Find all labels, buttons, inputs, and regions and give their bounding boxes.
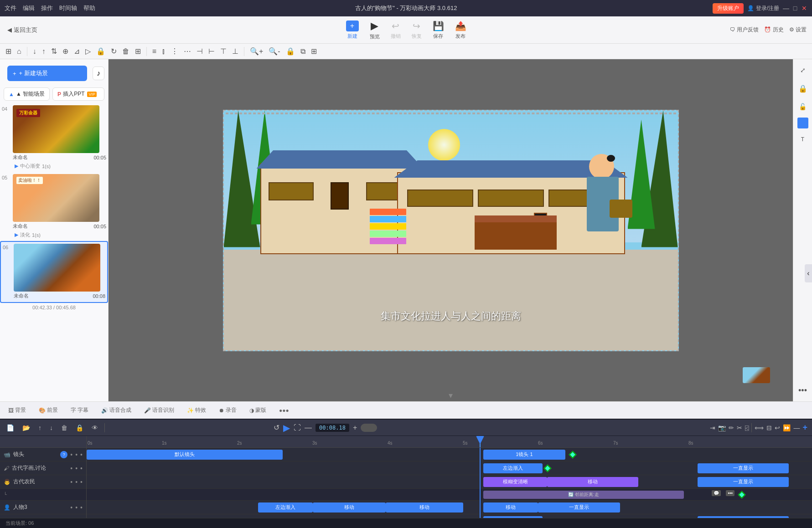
tl-filter-btn[interactable]: ⍃ <box>745 424 749 431</box>
more2-tool[interactable]: ⊞ <box>309 46 319 56</box>
tl-down-btn[interactable]: ↓ <box>48 423 55 432</box>
menu-help[interactable]: 帮助 <box>83 4 95 12</box>
canvas-collapse-button[interactable]: ▾ <box>449 390 453 400</box>
minimize-button[interactable]: — <box>783 5 789 11</box>
farmer-dots[interactable]: • <box>70 478 72 486</box>
tl-fullscreen-btn[interactable]: ⛶ <box>294 424 301 432</box>
person3-dots[interactable]: • <box>70 504 72 511</box>
zoom-in-tool[interactable]: 🔍+ <box>248 46 265 56</box>
tl-open-btn[interactable]: 📂 <box>21 423 32 432</box>
farmer-dots3[interactable]: • <box>80 478 83 486</box>
block-farmer-blur[interactable]: 模糊变清晰 <box>483 477 547 487</box>
foreground-btn[interactable]: 🎨 前景 <box>36 405 61 415</box>
menu-edit[interactable]: 编辑 <box>23 4 35 12</box>
ai-scene-button[interactable]: ▲ ▲ 智能场景 <box>4 87 50 101</box>
block-painting-show[interactable]: 一直显示 <box>698 463 789 473</box>
painting-dots2[interactable]: • <box>75 465 78 472</box>
block-painting-fadein[interactable]: 左边渐入 <box>483 463 543 473</box>
align-top-tool[interactable]: ↑ <box>40 46 47 56</box>
tl-reset-btn[interactable]: ↺ <box>274 423 279 432</box>
record-btn[interactable]: ⏺ 录音 <box>216 405 239 415</box>
keyframe-farmer-sub[interactable] <box>738 491 746 498</box>
camera-help-icon[interactable]: ? <box>60 451 67 458</box>
more-bottom-btn[interactable]: ●●● <box>276 406 292 415</box>
settings-btn[interactable]: ⚙ 设置 <box>789 26 807 34</box>
tl-camera-btn[interactable]: 📷 <box>718 424 726 431</box>
more-options-btn[interactable]: ••• <box>726 490 734 496</box>
block-person3-show[interactable]: 一直显示 <box>538 502 620 513</box>
maximize-button[interactable]: □ <box>792 5 798 11</box>
tl-speed[interactable]: ⏩ <box>783 424 791 431</box>
align-h-tool[interactable]: ≡ <box>150 46 158 56</box>
save-tool[interactable]: 💾 保存 <box>433 21 444 40</box>
scene-item-06[interactable]: 06 未命名 00:08 <box>0 241 108 303</box>
person3-dots3[interactable]: • <box>80 504 83 511</box>
rotate-tool[interactable]: ↻ <box>109 46 119 56</box>
flip-v-tool[interactable]: ⇅ <box>49 46 59 56</box>
lock2-tool[interactable]: 🔒 <box>284 46 297 56</box>
block-default-camera[interactable]: 默认镜头 <box>87 450 283 460</box>
tl-delete-btn[interactable]: 🗑 <box>59 423 69 432</box>
tl-edit-btn[interactable]: ✏ <box>729 424 734 431</box>
mask-btn[interactable]: ◑ 蒙版 <box>247 405 269 415</box>
tl-set-in[interactable]: ⇥ <box>710 424 715 431</box>
delete-tool[interactable]: 🗑 <box>120 46 131 56</box>
history-btn[interactable]: ⏰ 历史 <box>764 26 783 34</box>
keyframe-camera[interactable] <box>569 451 577 458</box>
keyframe-painting[interactable] <box>544 464 552 472</box>
background-btn[interactable]: 🖼 背景 <box>5 405 29 415</box>
camera-dots3[interactable]: • <box>80 451 83 458</box>
align-t-tool[interactable]: ⊤ <box>218 46 228 56</box>
align-b-tool[interactable]: ⊥ <box>230 46 240 56</box>
new-tool[interactable]: + 新建 <box>346 21 359 40</box>
tts-btn[interactable]: 🔊 语音合成 <box>98 405 134 415</box>
effects-btn[interactable]: ✨ 特效 <box>184 405 209 415</box>
dist-v-tool[interactable]: ⋯ <box>182 46 193 56</box>
preview-tool[interactable]: ▶ 预览 <box>370 20 380 40</box>
tl-loop-toggle[interactable] <box>361 424 377 432</box>
menu-timeline[interactable]: 时间轴 <box>59 4 77 12</box>
group-tool[interactable]: ⊿ <box>72 46 82 56</box>
tl-visible-btn[interactable]: 👁 <box>90 423 100 432</box>
camera-dots2[interactable]: • <box>75 451 78 458</box>
block-chapter4-fadein[interactable]: 左边渐入 <box>483 516 543 518</box>
farmer-dots2[interactable]: • <box>75 478 78 486</box>
tl-add-btn[interactable]: + <box>802 423 807 432</box>
close-button[interactable]: ✕ <box>801 5 807 11</box>
subtitle-btn[interactable]: 字 字幕 <box>68 405 91 415</box>
menu-file[interactable]: 文件 <box>5 4 16 12</box>
comment-bubble[interactable]: 💬 <box>712 490 721 496</box>
select-tool[interactable]: ⊞ <box>4 46 13 56</box>
tl-lock-btn[interactable]: 🔒 <box>74 423 85 432</box>
back-home-button[interactable]: ◀ 返回主页 <box>7 26 37 34</box>
scene-item-05[interactable]: 05 卖油啦！！ 未命名 00:05 ▶ 淡化 1(s) <box>0 172 108 241</box>
scene-item-04[interactable]: 04 万彩金器 未命名 00:05 ▶ 中心渐变 1(s) <box>0 103 108 172</box>
camera-dots[interactable]: • <box>70 451 72 458</box>
tl-zoom-fit[interactable]: ⊟ <box>766 424 772 431</box>
tl-play-btn[interactable]: ▶ <box>283 422 290 433</box>
block-farmer-move[interactable]: 移动 <box>547 477 638 487</box>
zoom-out-tool[interactable]: 🔍- <box>267 46 282 56</box>
block-person3-move2[interactable]: 移动 <box>386 502 463 513</box>
dist-h-tool[interactable]: ⫿ <box>160 46 167 56</box>
stt-btn[interactable]: 🎤 语音识别 <box>141 405 177 415</box>
block-chapter4-show[interactable]: 一直显示 <box>698 516 789 518</box>
panel-collapse-btn[interactable]: ‹ <box>805 264 812 282</box>
tl-slider[interactable]: — <box>793 424 800 431</box>
new-scene-button[interactable]: + + 新建场景 <box>7 66 87 81</box>
tl-zoom-out[interactable]: — <box>305 424 312 432</box>
music-button[interactable]: ♪ <box>93 67 104 80</box>
tl-up-btn[interactable]: ↑ <box>36 423 43 432</box>
block-camera-1[interactable]: 1镜头 1 <box>483 450 565 460</box>
tl-undo2[interactable]: ↩ <box>775 424 780 431</box>
tl-zoom-in[interactable]: + <box>353 424 357 432</box>
copy-tool[interactable]: ⧉ <box>299 46 307 56</box>
home-tool[interactable]: ⌂ <box>15 46 23 56</box>
more-tool[interactable]: ⊞ <box>133 46 143 56</box>
block-person3-fadein[interactable]: 左边渐入 <box>258 502 313 513</box>
color-swatch[interactable] <box>797 118 808 128</box>
block-person3-move3[interactable]: 移动 <box>483 502 538 513</box>
painting-dots3[interactable]: • <box>80 465 83 472</box>
painting-dots[interactable]: • <box>70 465 72 472</box>
align-bottom-tool[interactable]: ↓ <box>31 46 38 56</box>
